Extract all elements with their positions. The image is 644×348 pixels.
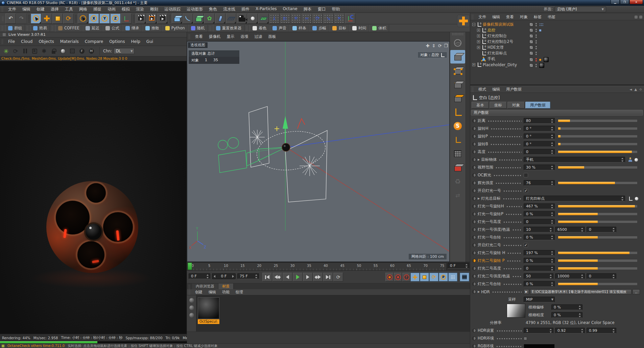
stepper-icon[interactable] <box>580 228 583 232</box>
value-field[interactable]: 1 <box>524 328 553 333</box>
am-menu-模式[interactable]: 模式 <box>475 87 489 92</box>
model-mode-button[interactable] <box>450 50 465 64</box>
search-icon[interactable] <box>635 16 638 19</box>
stepper-icon[interactable] <box>550 204 553 208</box>
effector-继承[interactable]: 继承 <box>122 25 142 32</box>
texture-mode-button[interactable] <box>450 161 465 174</box>
history-back-icon[interactable]: ◄ <box>629 88 632 92</box>
attr-row-分辨率[interactable]: 分辨率4790 x 2551, RGB (32 位), Linear Color… <box>470 319 644 327</box>
texture-toggle-icon[interactable] <box>529 51 533 55</box>
stepper-icon[interactable] <box>550 235 553 240</box>
effector-体积[interactable]: 体积 <box>369 25 389 32</box>
stepper-icon[interactable] <box>578 305 581 309</box>
stepper-icon[interactable] <box>550 220 553 224</box>
add-deformer-button[interactable] <box>215 14 225 24</box>
effector-样条[interactable]: 样条 <box>289 25 309 32</box>
attr-row-开启灯光二号[interactable]: 开启灯光二号✓ <box>470 241 644 249</box>
tree-row-摄像机预设测试版[interactable]: −0摄像机预设测试版 <box>470 22 644 27</box>
menu-模拟[interactable]: 模拟 <box>119 6 133 12</box>
toolbar-grip[interactable] <box>51 26 54 30</box>
attr-row-高度[interactable]: 高度0 <box>470 148 644 156</box>
tree-row-手机[interactable]: +手机 <box>470 56 644 62</box>
attr-tab-坐标[interactable]: 坐标 <box>490 102 507 108</box>
value-field[interactable]: 0 <box>587 227 616 232</box>
effector-声音[interactable]: 声音 <box>269 25 289 32</box>
tree-row-灯光目标点[interactable]: +0灯光目标点 <box>470 50 644 56</box>
panel-grip[interactable] <box>188 284 191 289</box>
coordinate-system-button[interactable] <box>121 14 132 24</box>
stepper-icon[interactable] <box>550 251 553 255</box>
menu-流水线[interactable]: 流水线 <box>220 6 238 12</box>
value-field[interactable]: 0 % <box>551 312 582 318</box>
om-menu-文件[interactable]: 文件 <box>475 15 489 20</box>
value-slider[interactable] <box>558 213 638 216</box>
effector-随机[interactable]: 随机 <box>188 25 208 32</box>
pause-icon[interactable] <box>22 48 28 54</box>
menu-捕捉[interactable]: 捕捉 <box>90 6 104 12</box>
texture-toggle-icon[interactable] <box>529 40 533 44</box>
value-field[interactable]: 80 <box>524 118 555 124</box>
attr-tab-基本[interactable]: 基本 <box>472 102 489 108</box>
add-attractor-button[interactable]: ⇘ <box>323 14 334 24</box>
lv-menu-File[interactable]: File <box>5 39 18 44</box>
attr-row-灯光总目标[interactable]: ▶灯光总目标灯光目标点 <box>470 195 644 202</box>
next-key-button[interactable] <box>313 273 323 281</box>
lv-menu-Options[interactable]: Options <box>106 39 128 44</box>
effector-推散[interactable]: 推散 <box>142 25 162 32</box>
sphere-icon[interactable] <box>189 305 194 310</box>
stepper-icon[interactable] <box>621 197 624 201</box>
keyframe-icon[interactable] <box>472 344 476 348</box>
value-slider[interactable] <box>558 127 638 130</box>
mat-menu-功能[interactable]: 功能 <box>219 290 233 295</box>
focus-pick-icon[interactable]: F <box>78 48 85 54</box>
attr-tab-用户数据[interactable]: 用户数据 <box>525 102 550 108</box>
exchange-button[interactable]: ⇄ <box>450 189 465 202</box>
add-object-button[interactable] <box>457 15 470 27</box>
stepper-icon[interactable] <box>550 282 553 286</box>
toolbar-grip[interactable] <box>2 16 4 21</box>
mat-tab-内容浏览器[interactable]: 内容浏览器 <box>192 283 218 289</box>
value-field[interactable]: 0 <box>587 273 616 279</box>
attr-row-HDR[interactable]: ▶HDR▶E:\OC渲染器教学\木木\【毒之脉子高组render01】珠宝视频效… <box>470 288 644 296</box>
tree-row-灯光控制台[interactable]: +0灯光控制台 <box>470 33 644 39</box>
effector-目标[interactable]: 目标 <box>329 25 349 32</box>
menu-grip[interactable] <box>188 290 191 295</box>
add-floor-button[interactable] <box>226 14 236 24</box>
undo-button[interactable]: ↶ <box>5 14 16 24</box>
keyframe-icon[interactable] <box>472 119 476 123</box>
lock-icon[interactable]: ⟐ <box>639 88 642 92</box>
value-slider[interactable] <box>558 119 638 122</box>
lock-y-axis-button[interactable]: Y <box>99 14 110 24</box>
add-cube-button[interactable] <box>172 14 182 24</box>
lv-menu-Compare[interactable]: Compare <box>82 39 106 44</box>
texture-toggle-icon[interactable] <box>529 34 533 38</box>
stepper-icon[interactable] <box>550 127 553 131</box>
keyframe-icon[interactable] <box>472 189 476 193</box>
vp-menu-过滤[interactable]: 过滤 <box>252 34 265 39</box>
frame-scrubber[interactable]: 0 F <box>212 273 236 279</box>
value-field[interactable]: 50 <box>524 273 553 279</box>
attr-row-灯光二号高度[interactable]: 灯光二号高度0 <box>470 265 644 272</box>
keyframe-icon[interactable] <box>472 259 476 263</box>
keyframe-icon[interactable] <box>472 204 476 208</box>
effector-Python[interactable]: Python <box>162 25 188 32</box>
menu-插件[interactable]: 插件 <box>238 6 253 12</box>
keyframe-icon[interactable] <box>472 166 476 169</box>
value-slider[interactable] <box>558 220 638 223</box>
attr-row-采样[interactable]: 采样MIP▼ <box>470 296 644 303</box>
tree-expander-icon[interactable]: − <box>472 23 475 26</box>
enable-dots-icon[interactable] <box>535 29 537 32</box>
settings-gear-icon[interactable]: ✱ <box>41 48 47 54</box>
menu-角色[interactable]: 角色 <box>206 6 220 12</box>
lock-z-axis-button[interactable]: Z <box>110 14 121 24</box>
enable-dots-icon[interactable] <box>535 58 537 61</box>
texture-toggle-icon[interactable] <box>529 58 533 61</box>
add-destructor-button[interactable]: ✕ <box>334 14 344 24</box>
keyframe-icon[interactable] <box>472 267 476 270</box>
enable-dots-icon[interactable] <box>535 34 537 38</box>
attr-row-灯光一号高度[interactable]: 灯光一号高度0 <box>470 218 644 226</box>
attr-row-灯光一号旋转P[interactable]: 灯光一号旋转P0 % <box>470 210 644 218</box>
effector-步幅[interactable]: 步幅 <box>309 25 329 32</box>
add-spline-button[interactable] <box>183 14 193 24</box>
am-menu-编辑[interactable]: 编辑 <box>489 87 503 92</box>
